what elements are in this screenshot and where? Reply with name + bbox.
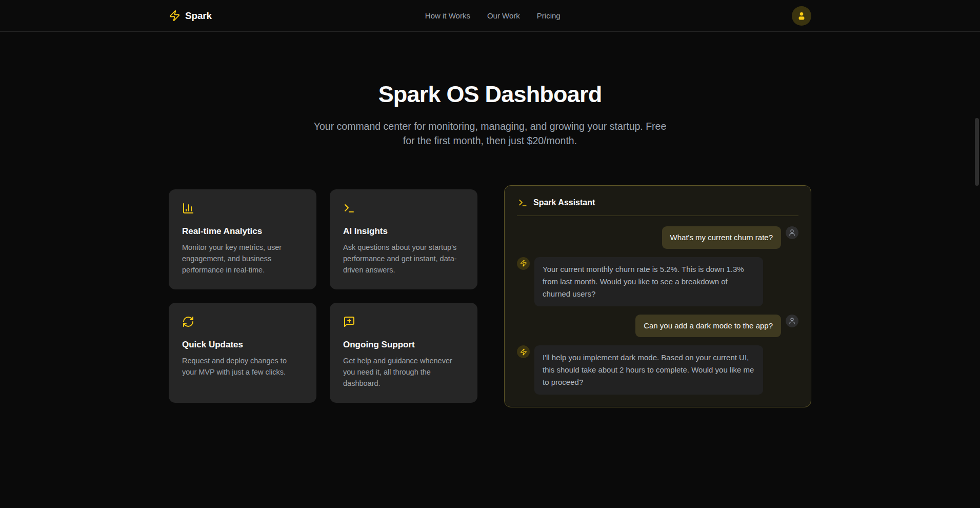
feature-description: Monitor your key metrics, user engagemen… <box>182 242 303 276</box>
feature-card-ongoing-support: Ongoing Support Get help and guidance wh… <box>330 303 477 403</box>
feature-title: AI Insights <box>343 226 464 237</box>
user-avatar-button[interactable] <box>792 6 811 26</box>
assistant-avatar <box>517 345 530 358</box>
bar-chart-icon <box>182 202 194 214</box>
assistant-message-bubble: I'll help you implement dark mode. Based… <box>534 345 763 395</box>
user-icon <box>788 229 796 237</box>
user-avatar <box>786 226 798 239</box>
nav-link-how-it-works[interactable]: How it Works <box>425 11 470 20</box>
chat-message-user: What's my current churn rate? <box>517 226 798 249</box>
hero-section: Spark OS Dashboard Your command center f… <box>0 32 980 148</box>
assistant-avatar <box>517 257 530 270</box>
page-title: Spark OS Dashboard <box>0 81 980 108</box>
scrollbar-thumb[interactable] <box>975 118 979 186</box>
scrollbar[interactable] <box>974 0 980 508</box>
feature-card-realtime-analytics: Real-time Analytics Monitor your key met… <box>169 189 316 289</box>
features-grid: Real-time Analytics Monitor your key met… <box>169 189 477 403</box>
chat-message-user: Can you add a dark mode to the app? <box>517 315 798 337</box>
nav-links: How it Works Our Work Pricing <box>425 11 561 20</box>
terminal-icon <box>343 202 355 214</box>
top-navigation: Spark How it Works Our Work Pricing <box>0 0 980 32</box>
refresh-icon <box>182 316 194 328</box>
feature-title: Ongoing Support <box>343 340 464 350</box>
chat-message-assistant: Your current monthly churn rate is 5.2%.… <box>517 257 798 306</box>
feature-title: Real-time Analytics <box>182 226 303 237</box>
page-subtitle: Your command center for monitoring, mana… <box>311 119 670 148</box>
user-avatar <box>786 315 798 327</box>
message-square-plus-icon <box>343 316 355 328</box>
assistant-message-bubble: Your current monthly churn rate is 5.2%.… <box>534 257 763 306</box>
main-content: Real-time Analytics Monitor your key met… <box>169 185 811 408</box>
nav-link-pricing[interactable]: Pricing <box>537 11 561 20</box>
feature-description: Get help and guidance whenever you need … <box>343 355 464 389</box>
feature-title: Quick Updates <box>182 340 303 350</box>
user-message-bubble: Can you add a dark mode to the app? <box>635 315 781 337</box>
chat-message-assistant: I'll help you implement dark mode. Based… <box>517 345 798 395</box>
spark-assistant-panel: Spark Assistant What's my current churn … <box>504 185 811 408</box>
feature-description: Request and deploy changes to your MVP w… <box>182 355 303 378</box>
assistant-header: Spark Assistant <box>517 198 798 208</box>
feature-description: Ask questions about your startup's perfo… <box>343 242 464 276</box>
terminal-icon <box>518 198 528 208</box>
user-icon <box>796 11 807 21</box>
nav-link-our-work[interactable]: Our Work <box>487 11 520 20</box>
zap-icon <box>520 260 527 267</box>
zap-icon <box>169 10 181 22</box>
chat-messages: What's my current churn rate? Your curre… <box>517 226 798 395</box>
user-icon <box>788 317 796 325</box>
user-message-bubble: What's my current churn rate? <box>662 226 781 249</box>
brand-logo[interactable]: Spark <box>169 10 212 22</box>
assistant-title: Spark Assistant <box>533 198 595 207</box>
feature-card-quick-updates: Quick Updates Request and deploy changes… <box>169 303 316 403</box>
feature-card-ai-insights: AI Insights Ask questions about your sta… <box>330 189 477 289</box>
divider <box>517 216 798 216</box>
brand-name: Spark <box>185 10 212 22</box>
zap-icon <box>520 348 527 356</box>
